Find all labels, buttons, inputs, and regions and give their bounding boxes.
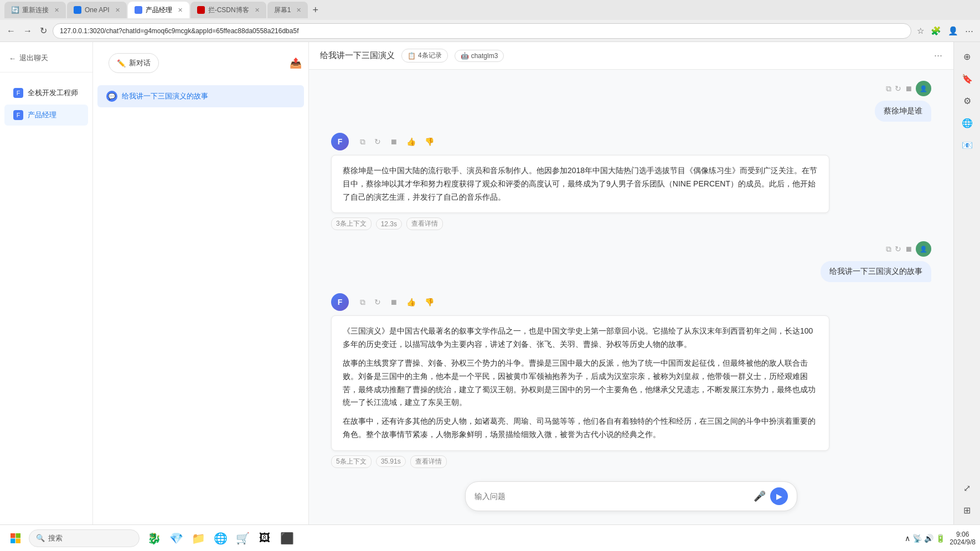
ai-bubble-2: 《三国演义》是中国古代最著名的叙事文学作品之一，也是中国文学史上第一部章回小说。… [331, 315, 829, 450]
ai-thumbdown-2[interactable]: 👎 [422, 295, 436, 309]
back-to-chat-button[interactable]: ← 退出聊天 [0, 49, 92, 67]
meta-context-1[interactable]: 3条上下文 [331, 217, 372, 230]
ai-thumbup-1[interactable]: 👍 [404, 135, 418, 149]
mic-button[interactable]: 🎤 [754, 490, 766, 502]
ai-text-1-p1: 蔡徐坤是一位中国大陆的流行歌手、演员和音乐制作人。他因参加2018年中国大陆热门… [343, 164, 818, 204]
sidebar-item-product-mgr[interactable]: F 产品经理 [4, 105, 88, 126]
profile-button[interactable]: 👤 [946, 24, 961, 38]
new-tab-button[interactable]: + [309, 4, 322, 16]
user-msg-copy-2[interactable]: ⧉ [886, 245, 891, 254]
user-msg-refresh-2[interactable]: ↻ [895, 245, 901, 253]
ai-refresh-2[interactable]: ↻ [372, 295, 383, 309]
ai-wrapper-1: F ⧉ ↻ ⏹ 👍 👎 蔡徐坤是一位中国大陆的流行歌手、演员和音乐制作人。他因参… [331, 133, 829, 230]
taskbar-icon-settings[interactable]: 🛒 [233, 528, 252, 548]
tray-network[interactable]: 📡 [912, 534, 922, 543]
right-icon-bottom[interactable]: ⊞ [957, 500, 977, 520]
user-msg-refresh-1[interactable]: ↻ [895, 84, 901, 93]
tab-close-screen1[interactable]: ✕ [296, 7, 301, 14]
back-arrow-icon: ← [9, 54, 16, 63]
new-chat-button[interactable]: ✏️ 新对话 [109, 53, 159, 73]
user-msg-stop-2[interactable]: ⏹ [905, 245, 912, 253]
tab-label-csdn: 拦-CSDN博客 [208, 6, 249, 15]
ai-copy-2[interactable]: ⧉ [358, 295, 368, 309]
reload-button[interactable]: ↻ [38, 23, 49, 38]
ai-stop-2[interactable]: ⏹ [388, 295, 400, 309]
input-area: 🎤 ▶ [309, 472, 953, 524]
right-icon-5[interactable]: 📧 [957, 135, 977, 155]
right-icon-2[interactable]: 🔖 [957, 69, 977, 89]
tray-chevron[interactable]: ∧ [905, 534, 910, 543]
tab-close-csdn[interactable]: ✕ [255, 7, 260, 14]
star-button[interactable]: ☆ [915, 24, 926, 38]
taskbar-icon-files[interactable]: 🐉 [144, 528, 164, 548]
taskbar-icon-store[interactable]: 💎 [166, 528, 186, 548]
taskbar-search[interactable]: 🔍 搜索 [29, 529, 140, 547]
chat-area: 给我讲一下三国演义 📋 4条记录 🤖 chatglm3 ··· ⧉ ↻ ⏹ [309, 42, 953, 524]
model-label: chatglm3 [471, 52, 498, 60]
tab-one-api[interactable]: One API ✕ [67, 2, 127, 18]
tab-close-oneapi[interactable]: ✕ [115, 7, 120, 14]
meta-detail-1[interactable]: 查看详情 [406, 217, 443, 230]
tab-product-manager[interactable]: 产品经理 ✕ [128, 2, 189, 18]
tray-volume[interactable]: 🔊 [924, 534, 933, 543]
input-box: 🎤 ▶ [465, 481, 797, 511]
right-icon-expand[interactable]: ⤢ [957, 478, 977, 498]
records-badge[interactable]: 📋 4条记录 [401, 49, 448, 63]
start-button[interactable] [4, 527, 27, 549]
taskbar-icon-cmd[interactable]: ⬛ [277, 528, 297, 548]
tab-close-product[interactable]: ✕ [178, 7, 183, 14]
extension-button[interactable]: 🧩 [929, 24, 943, 38]
settings-button[interactable]: ⋯ [963, 24, 976, 38]
send-button[interactable]: ▶ [770, 487, 788, 505]
tab-csdn[interactable]: 拦-CSDN博客 ✕ [190, 2, 266, 18]
tab-reconnect[interactable]: 🔄 重新连接 ✕ [4, 2, 66, 18]
message-row-user-1: ⧉ ↻ ⏹ 👤 蔡徐坤是谁 [331, 81, 931, 122]
taskbar-icon-edge[interactable]: 🌐 [210, 528, 230, 548]
ai-thumbdown-1[interactable]: 👎 [422, 135, 436, 149]
browser-chrome: 🔄 重新连接 ✕ One API ✕ 产品经理 ✕ 拦-CSDN博客 ✕ 屏幕1… [0, 0, 980, 42]
taskbar-clock[interactable]: 9:06 2024/9/8 [950, 531, 976, 546]
message-row-ai-2: F ⧉ ↻ ⏹ 👍 👎 《三国演义》是中国古代最著名的叙事文学作品之一，也是中国… [331, 293, 931, 467]
chat-item-icon-1: 💬 [106, 91, 117, 102]
back-button[interactable]: ← [4, 24, 18, 38]
right-icon-3[interactable]: ⚙ [957, 91, 977, 111]
user-msg-stop-1[interactable]: ⏹ [905, 84, 912, 93]
forward-button[interactable]: → [21, 24, 34, 38]
svg-rect-1 [16, 533, 21, 538]
user-msg-copy-1[interactable]: ⧉ [886, 84, 891, 93]
upload-button[interactable]: 📤 [290, 57, 302, 69]
tab-favicon-reconnect: 🔄 [11, 6, 19, 14]
nav-bar: ← → ↻ 127.0.0.1:3020/chat?chatId=g4moq6c… [0, 20, 980, 42]
meta-detail-2[interactable]: 查看详情 [410, 455, 447, 468]
meta-time-2[interactable]: 35.91s [376, 456, 406, 467]
ai-refresh-1[interactable]: ↻ [372, 135, 383, 149]
sidebar-item-label-productmgr: 产品经理 [28, 110, 56, 120]
chat-list-item-1[interactable]: 💬 给我讲一下三国演义的故事 [97, 85, 304, 107]
tray-battery[interactable]: 🔋 [936, 534, 945, 543]
ai-avatar-2: F [331, 293, 349, 311]
message-input[interactable] [474, 492, 749, 501]
address-bar[interactable]: 127.0.0.1:3020/chat?chatId=g4moq6c9mcgk&… [53, 23, 911, 39]
ai-stop-1[interactable]: ⏹ [388, 135, 400, 149]
more-options-button[interactable]: ··· [934, 50, 942, 61]
windows-logo-icon [10, 533, 21, 544]
meta-context-2[interactable]: 5条上下文 [331, 455, 372, 468]
ai-text-2-p3: 在故事中，还有许多其他的历史人物，如诸葛亮、周瑜、司马懿等等，他们各自有着独特的… [343, 415, 818, 441]
ai-thumbup-2[interactable]: 👍 [404, 295, 418, 309]
right-icon-1[interactable]: ⊕ [957, 46, 977, 66]
meta-time-1[interactable]: 12.3s [376, 219, 402, 230]
tab-screen1[interactable]: 屏幕1 ✕ [267, 2, 308, 18]
tab-close-reconnect[interactable]: ✕ [54, 7, 59, 14]
sidebar-item-all-dev[interactable]: F 全栈开发工程师 [4, 82, 88, 103]
taskbar: 🔍 搜索 🐉 💎 📁 🌐 🛒 🖼 ⬛ ∧ 📡 🔊 🔋 9:06 2024/9/8 [0, 524, 980, 551]
right-icon-4[interactable]: 🌐 [957, 113, 977, 133]
system-tray: ∧ 📡 🔊 🔋 [905, 534, 945, 543]
taskbar-icon-terminal[interactable]: 🖼 [255, 528, 275, 548]
address-text: 127.0.0.1:3020/chat?chatId=g4moq6c9mcgk&… [60, 27, 298, 35]
sidebar: ← 退出聊天 F 全栈开发工程师 F 产品经理 [0, 42, 93, 524]
message-row-ai-1: F ⧉ ↻ ⏹ 👍 👎 蔡徐坤是一位中国大陆的流行歌手、演员和音乐制作人。他因参… [331, 133, 931, 230]
taskbar-icon-explorer[interactable]: 📁 [188, 528, 208, 548]
ai-copy-1[interactable]: ⧉ [358, 135, 368, 149]
model-badge[interactable]: 🤖 chatglm3 [455, 50, 504, 62]
sidebar-item-label-alldev: 全栈开发工程师 [28, 88, 78, 98]
